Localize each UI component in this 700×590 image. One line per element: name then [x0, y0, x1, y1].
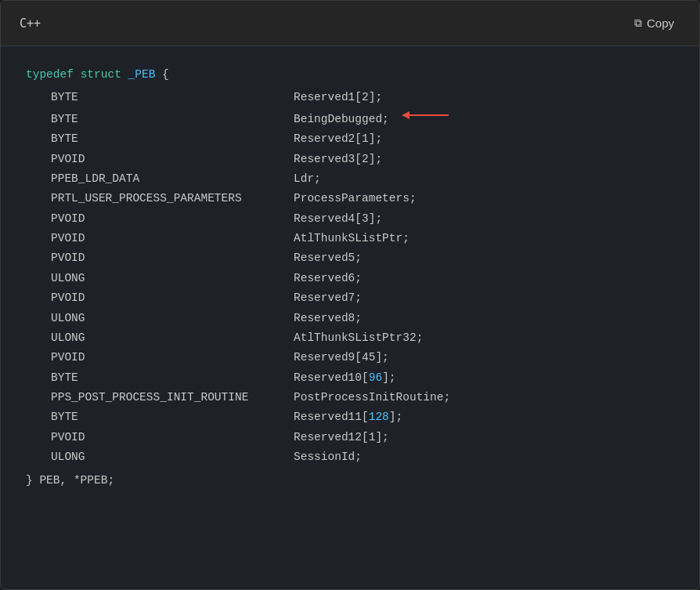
being-debugged-field: BeingDebugged; [294, 110, 389, 129]
code-window: C++ ⧉ Copy typedef struct _PEB { BYTE Re… [0, 0, 700, 590]
language-label: C++ [20, 16, 41, 31]
field-line-4: PPEB_LDR_DATA Ldr; [26, 169, 674, 189]
svg-marker-1 [402, 111, 410, 119]
field-line-11: ULONG Reserved8; [26, 309, 674, 328]
code-line-closing: } PEB, *PPEB; [26, 471, 674, 490]
closing-text: } PEB, *PPEB; [26, 471, 114, 490]
field-line-17: PVOID Reserved12[1]; [26, 428, 674, 447]
field-line-5: PRTL_USER_PROCESS_PARAMETERS ProcessPara… [26, 189, 674, 208]
copy-button[interactable]: ⧉ Copy [628, 13, 680, 33]
field-line-10: PVOID Reserved7; [26, 288, 674, 308]
code-header: C++ ⧉ Copy [1, 1, 699, 46]
copy-icon: ⧉ [634, 16, 642, 30]
code-body: typedef struct _PEB { BYTE Reserved1[2];… [1, 46, 699, 589]
field-line-6: PVOID Reserved4[3]; [26, 209, 674, 229]
red-arrow-annotation [402, 108, 453, 122]
field-line-15: PPS_POST_PROCESS_INIT_ROUTINE PostProces… [26, 388, 674, 407]
keyword-struct: struct [81, 65, 121, 85]
field-line-9: ULONG Reserved6; [26, 269, 674, 288]
copy-label: Copy [647, 16, 674, 30]
field-line-18: ULONG SessionId; [26, 447, 674, 467]
struct-name: _PEB [128, 65, 156, 85]
keyword-typedef: typedef [26, 65, 74, 85]
code-content: typedef struct _PEB { BYTE Reserved1[2];… [26, 65, 674, 490]
field-line-2: BYTE Reserved2[1]; [26, 129, 674, 149]
field-line-8: PVOID Reserved5; [26, 248, 674, 268]
field-line-0: BYTE Reserved1[2]; [26, 88, 674, 107]
field-line-13: PVOID Reserved9[45]; [26, 348, 674, 367]
field-line-16: BYTE Reserved11[128]; [26, 407, 674, 427]
field-line-1: BYTE BeingDebugged; [26, 108, 674, 129]
code-line-typedef: typedef struct _PEB { [26, 65, 674, 85]
field-line-7: PVOID AtlThunkSListPtr; [26, 229, 674, 248]
field-line-12: ULONG AtlThunkSListPtr32; [26, 328, 674, 348]
field-line-3: PVOID Reserved3[2]; [26, 150, 674, 169]
open-brace: { [162, 65, 169, 85]
field-line-14: BYTE Reserved10[96]; [26, 368, 674, 388]
